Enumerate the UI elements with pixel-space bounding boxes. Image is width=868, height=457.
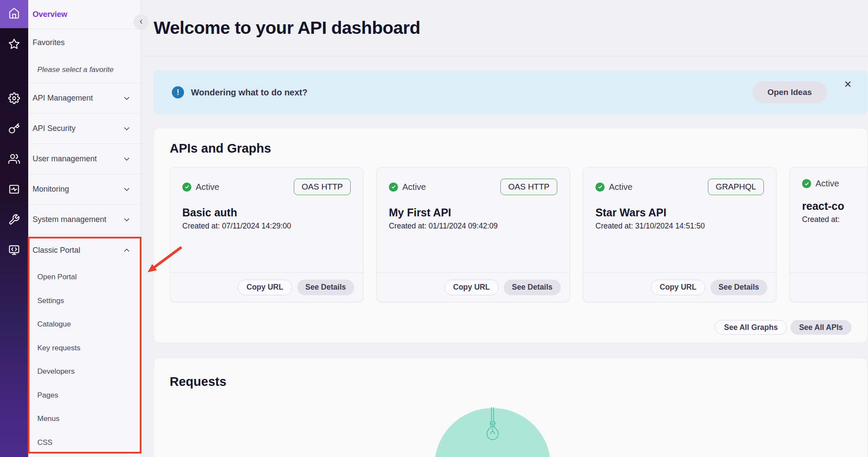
- submenu-item-label: Menus: [37, 415, 59, 423]
- api-created-at: Created at: 01/11/2024 09:42:09: [389, 222, 557, 231]
- rail-classic-portal-button[interactable]: [0, 235, 28, 266]
- copy-url-button[interactable]: Copy URL: [651, 280, 705, 295]
- banner-close-icon[interactable]: ✕: [844, 80, 852, 89]
- submenu-item-settings[interactable]: Settings: [28, 289, 141, 313]
- rail-favorites-button[interactable]: [0, 29, 28, 60]
- api-name: My First API: [389, 206, 557, 219]
- rail-home-button[interactable]: [0, 0, 28, 28]
- api-card-footer: [790, 272, 867, 302]
- wrench-icon: [8, 214, 20, 227]
- api-created-at: Created at: 31/10/2024 14:51:50: [595, 222, 764, 231]
- sidebar-item-system-management[interactable]: System management: [28, 205, 141, 235]
- sidebar-item-label: API Management: [33, 94, 122, 103]
- api-card[interactable]: Active OAS HTTP Basic auth Created at: 0…: [170, 167, 363, 302]
- chevron-down-icon: [122, 124, 131, 133]
- submenu-item-label: Open Portal: [37, 273, 77, 281]
- gear-icon: [8, 92, 20, 106]
- classic-portal-submenu: Open Portal Settings Catalogue Key reque…: [28, 265, 141, 454]
- api-card[interactable]: Active react-co Created at:: [789, 167, 867, 302]
- submenu-item-open-portal[interactable]: Open Portal: [28, 265, 141, 289]
- submenu-item-menus[interactable]: Menus: [28, 407, 141, 431]
- sidebar-item-overview[interactable]: Overview: [28, 0, 141, 29]
- sidebar-item-classic-portal[interactable]: Classic Portal: [28, 235, 141, 265]
- page-header: Welcome to your API dashboard: [141, 0, 868, 56]
- submenu-item-developers[interactable]: Developers: [28, 360, 141, 384]
- rail-system-management-button[interactable]: [0, 205, 28, 235]
- api-cards-row: Active OAS HTTP Basic auth Created at: 0…: [170, 167, 867, 303]
- sidebar-item-api-security[interactable]: API Security: [28, 114, 141, 144]
- api-card-body: Active OAS HTTP My First API Created at:…: [377, 167, 569, 272]
- sidebar-item-label: System management: [33, 215, 122, 224]
- see-details-button[interactable]: See Details: [710, 280, 767, 295]
- chevron-down-icon: [122, 215, 131, 224]
- api-card-footer: Copy URL See Details: [377, 272, 569, 302]
- favorites-empty-text: Please select a favorite: [37, 65, 114, 74]
- submenu-item-label: Developers: [37, 367, 75, 376]
- status-check-icon: [182, 183, 191, 192]
- submenu-item-label: CSS: [37, 438, 53, 447]
- favorites-empty-hint: Please select a favorite: [28, 56, 141, 83]
- info-icon: !: [172, 86, 184, 98]
- copy-url-button[interactable]: Copy URL: [238, 280, 292, 295]
- api-type-badge: GRAPHQL: [708, 179, 764, 195]
- rail-user-management-button[interactable]: [0, 144, 28, 175]
- api-name: Basic auth: [182, 206, 351, 219]
- api-card-body: Active GRAPHQL Star Wars API Created at:…: [583, 167, 776, 272]
- submenu-item-label: Settings: [37, 297, 64, 305]
- sidebar-item-user-management[interactable]: User management: [28, 144, 141, 174]
- api-card-body: Active react-co Created at:: [790, 167, 867, 272]
- api-created-at: Created at: 07/11/2024 14:29:00: [182, 222, 351, 231]
- sidebar-collapse-button[interactable]: [134, 14, 148, 29]
- home-icon: [8, 7, 20, 21]
- submenu-item-catalogue[interactable]: Catalogue: [28, 313, 141, 336]
- see-all-apis-button[interactable]: See All APIs: [790, 320, 852, 335]
- rail-api-management-button[interactable]: [0, 84, 28, 114]
- submenu-item-css[interactable]: CSS: [28, 431, 141, 455]
- submenu-item-label: Key requests: [37, 344, 80, 353]
- section-title-requests: Requests: [170, 374, 852, 389]
- sidebar-item-api-management[interactable]: API Management: [28, 83, 141, 114]
- main-content: Welcome to your API dashboard ! Wonderin…: [141, 0, 868, 457]
- page-title: Welcome to your API dashboard: [154, 18, 420, 38]
- sidebar: Overview Favorites Please select a favor…: [28, 0, 141, 457]
- chevron-left-icon: [138, 18, 145, 25]
- banner-message: Wondering what to do next?: [191, 88, 753, 98]
- chevron-down-icon: [122, 185, 131, 194]
- api-card-footer: Copy URL See Details: [583, 272, 776, 302]
- open-ideas-button[interactable]: Open Ideas: [753, 82, 826, 103]
- sidebar-item-label: API Security: [33, 124, 122, 133]
- chevron-down-icon: [122, 94, 131, 103]
- sidebar-item-label: User management: [33, 154, 122, 163]
- favorites-label: Favorites: [33, 38, 131, 47]
- sidebar-item-monitoring[interactable]: Monitoring: [28, 174, 141, 205]
- chevron-down-icon: [122, 155, 131, 163]
- sidebar-item-label: Classic Portal: [33, 246, 122, 255]
- see-details-button[interactable]: See Details: [297, 280, 354, 295]
- see-all-graphs-button[interactable]: See All Graphs: [715, 320, 787, 335]
- monitor-code-icon: [8, 244, 20, 258]
- api-name: Star Wars API: [595, 206, 764, 219]
- lightbulb-icon: [484, 407, 501, 444]
- sidebar-item-label: Monitoring: [33, 185, 122, 194]
- info-banner: ! Wondering what to do next? Open Ideas …: [154, 70, 868, 114]
- requests-panel: Requests: [154, 358, 868, 457]
- status-check-icon: [389, 183, 398, 192]
- copy-url-button[interactable]: Copy URL: [444, 280, 499, 295]
- see-details-button[interactable]: See Details: [504, 280, 561, 295]
- icon-rail: [0, 0, 28, 457]
- status-badge: Active: [815, 179, 867, 189]
- section-title-apis: APIs and Graphs: [170, 140, 852, 156]
- api-card[interactable]: Active GRAPHQL Star Wars API Created at:…: [583, 167, 776, 302]
- api-type-badge: OAS HTTP: [500, 179, 557, 195]
- submenu-item-key-requests[interactable]: Key requests: [28, 336, 141, 360]
- status-badge: Active: [402, 182, 500, 192]
- chevron-up-icon: [122, 246, 131, 255]
- apis-and-graphs-panel: APIs and Graphs Active OAS HTTP Basic au…: [154, 128, 868, 343]
- submenu-item-pages[interactable]: Pages: [28, 384, 141, 408]
- sidebar-favorites-header: Favorites: [28, 29, 141, 56]
- api-card[interactable]: Active OAS HTTP My First API Created at:…: [376, 167, 570, 302]
- api-created-at: Created at:: [802, 215, 867, 224]
- rail-api-security-button[interactable]: [0, 114, 28, 144]
- rail-monitoring-button[interactable]: [0, 175, 28, 205]
- see-all-buttons-row: See All Graphs See All APIs: [170, 320, 852, 335]
